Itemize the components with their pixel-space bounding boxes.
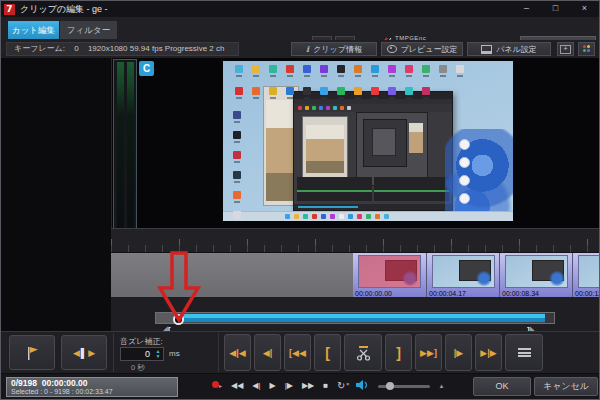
trim-before-button[interactable]: [◀◀ [284, 334, 311, 371]
toolbar-dot-icon [347, 106, 351, 110]
audio-meter-left [117, 62, 124, 240]
desktop-icon [439, 65, 447, 73]
timeline-clip[interactable]: 00:00:04.17 [426, 253, 499, 297]
desktop-icon [233, 171, 241, 179]
next-frame-button[interactable]: |▶ [285, 381, 293, 391]
transport-controls: ▸◀◀◀|▶|▶▶▶■↻×▲ [212, 377, 444, 395]
popup-button[interactable]: ▲ [439, 381, 445, 391]
plus-icon: + [560, 45, 571, 54]
timeline-empty-track[interactable] [111, 253, 353, 297]
taskbar-icon [312, 214, 317, 219]
edit-buttons-group: ◀|◀◀|[◀◀[]▶▶]|▶▶|▶ [224, 334, 543, 371]
clip-badge: C [139, 61, 154, 76]
menu-icon [518, 348, 531, 357]
jump-to-in-button[interactable]: ◀|◀ [224, 334, 251, 371]
desktop-icon [456, 65, 464, 73]
toolbar-dot-icon [319, 106, 323, 110]
preview-toolbar [294, 104, 452, 112]
wallpaper-bloom [445, 129, 513, 221]
left-panel [1, 58, 112, 331]
edit-menu-button[interactable] [505, 334, 543, 371]
desktop-icon [405, 87, 413, 95]
desktop-icon [235, 87, 243, 95]
spinner-arrows[interactable]: ▲▼ [153, 348, 163, 360]
step-forward-button[interactable]: |▶ [445, 334, 472, 371]
preview-capture-window [293, 91, 453, 211]
volume-knob[interactable] [386, 382, 394, 390]
set-in-point-button[interactable]: [ [314, 334, 341, 371]
toolbar-dot-icon [333, 106, 337, 110]
timeline-ruler[interactable] [111, 228, 599, 253]
desktop-icon [422, 87, 430, 95]
taskbar-icon [357, 214, 362, 219]
position-readout: 0/9198 00:00:00.00 Selected : 0 - 9198 :… [6, 377, 178, 397]
taskbar-icon [303, 214, 308, 219]
clip-info-button[interactable]: i クリップ情報 [291, 42, 377, 56]
toolbar-dot-icon [305, 106, 309, 110]
seek-slider-fill [183, 314, 545, 322]
maximize-button[interactable]: □ [541, 1, 570, 17]
repeat-icon: ↻× [337, 380, 345, 391]
cancel-button[interactable]: キャンセル [534, 377, 598, 396]
app-logo-icon: 7 [4, 4, 15, 15]
add-panel-button[interactable]: + [557, 42, 574, 56]
speaker-button[interactable] [355, 379, 369, 394]
seek-slider-track[interactable] [155, 312, 555, 324]
preview-nested-photo [302, 116, 348, 182]
rgb-grid-icon [583, 45, 591, 53]
timeline-clip[interactable]: 00:00:00.00 [353, 253, 426, 297]
audio-sync-unit: ms [169, 349, 180, 358]
current-frame-button[interactable]: ▸ [212, 381, 222, 391]
preview-taskbar [223, 211, 513, 221]
timeline-clip[interactable]: 00:00:12 [572, 253, 600, 297]
fast-forward-button[interactable]: ▶▶ [302, 381, 314, 391]
play-button[interactable]: ▶ [270, 381, 276, 391]
set-out-point-button[interactable]: ] [385, 334, 412, 371]
taskbar-icon [294, 214, 299, 219]
step-back-button[interactable]: ◀| [254, 334, 281, 371]
taskbar-icon [366, 214, 371, 219]
audio-sync-label: 音ズレ補正: [120, 336, 163, 347]
desktop-icon [303, 87, 311, 95]
keyframe-label: キーフレーム: [14, 44, 65, 53]
social-circle-icon [459, 193, 470, 204]
desktop-icon [286, 87, 294, 95]
color-tools-button[interactable] [578, 42, 595, 56]
selected-range: Selected : 0 - 9198 : 00:02:33.47 [11, 388, 173, 396]
tab-bar: カット編集 フィルター ↺ ↻ TMPGEnc Video Mastering … [1, 17, 599, 41]
playhead-knob[interactable] [173, 314, 184, 325]
desktop-icon [320, 87, 328, 95]
ok-button[interactable]: OK [473, 377, 531, 396]
volume-slider[interactable] [378, 385, 430, 388]
close-button[interactable]: × [570, 1, 599, 17]
prev-frame-button[interactable]: ◀| [252, 381, 260, 391]
tab-cut-edit[interactable]: カット編集 [8, 21, 59, 39]
desktop-icon [371, 87, 379, 95]
audio-level-meter [113, 59, 137, 243]
repeat-off-button[interactable]: ↻× [337, 381, 345, 392]
desktop-icon [337, 65, 345, 73]
timeline-clip[interactable]: 00:00:08.34 [499, 253, 572, 297]
stop-button[interactable]: ■ [323, 381, 328, 391]
minimize-button[interactable]: – [512, 1, 541, 17]
taskbar-icon [384, 214, 389, 219]
clip-format-strip: キーフレーム: 0 1920x1080 59.94 fps Progressiv… [6, 42, 239, 56]
toolbar-dot-icon [326, 106, 330, 110]
panel-settings-button[interactable]: パネル設定 [467, 42, 551, 56]
keyframe-flag-button[interactable] [9, 335, 55, 370]
jump-to-out-button[interactable]: ▶|▶ [475, 334, 502, 371]
desktop-icon [252, 87, 260, 95]
desktop-icon [233, 151, 241, 159]
desktop-icon [354, 87, 362, 95]
audio-sync-seconds: 0 秒 [131, 363, 145, 373]
preview-settings-button[interactable]: プレビュー設定 [381, 42, 463, 56]
taskbar-icon [339, 214, 344, 219]
desktop-icon [233, 211, 241, 219]
desktop-icon [233, 191, 241, 199]
tab-filter[interactable]: フィルター [60, 21, 117, 39]
toolbar-dot-icon [312, 106, 316, 110]
split-move-button[interactable]: ◀▌▶ [61, 335, 107, 370]
trim-after-button[interactable]: ▶▶] [415, 334, 442, 371]
cut-button[interactable] [344, 334, 382, 371]
rewind-button[interactable]: ◀◀ [231, 381, 243, 391]
